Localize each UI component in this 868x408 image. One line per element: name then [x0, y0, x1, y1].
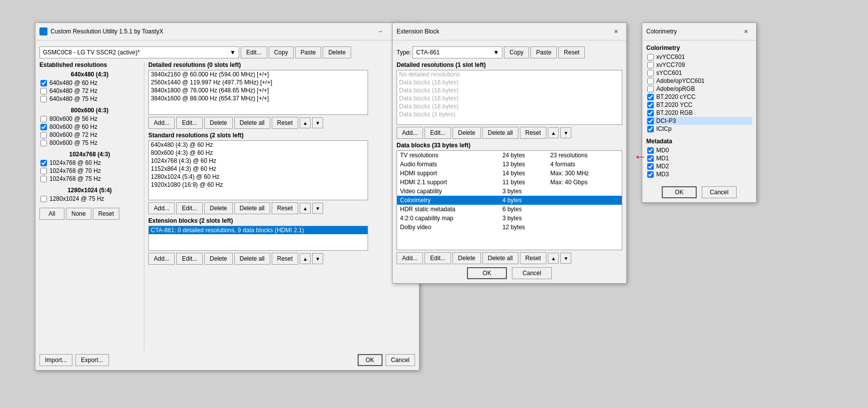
db-add-btn[interactable]: Add... — [397, 252, 423, 264]
ext-edit-btn[interactable]: Edit... — [176, 253, 203, 265]
detailed-edit-btn[interactable]: Edit... — [176, 117, 203, 129]
db-row-2[interactable]: HDMI support 14 bytes Max: 300 MHz — [397, 169, 622, 178]
std-delete-btn[interactable]: Delete — [204, 202, 233, 214]
col-bt2020RGB-check[interactable] — [647, 110, 654, 116]
std-delete-all-btn[interactable]: Delete all — [234, 202, 270, 214]
db-row-4[interactable]: Video capability 3 bytes — [397, 187, 622, 196]
db-reset-btn[interactable]: Reset — [520, 252, 546, 264]
std-up-btn[interactable]: ▲ — [300, 203, 311, 214]
res-800-56-check[interactable] — [40, 116, 47, 122]
col-xvYCC709-check[interactable] — [647, 62, 654, 68]
detailed-reset-btn[interactable]: Reset — [272, 117, 298, 129]
col-sYCC601-check[interactable] — [647, 70, 654, 76]
ext-add-btn[interactable]: Add... — [148, 253, 175, 265]
col-cancel-btn[interactable]: Cancel — [702, 186, 737, 198]
ext-delete-btn[interactable]: Delete — [204, 253, 233, 265]
ext-copy-btn[interactable]: Copy — [504, 46, 529, 58]
ext-det-add-btn[interactable]: Add... — [397, 127, 423, 139]
col-adobeRGB-check[interactable] — [647, 86, 654, 92]
device-dropdown[interactable]: GSMC0C8 - LG TV SSCR2 (active)* ▼ — [39, 46, 239, 58]
detailed-up-btn[interactable]: ▲ — [300, 117, 311, 128]
res-1280-75-check[interactable] — [40, 196, 47, 202]
ext-det-down-btn[interactable]: ▼ — [560, 127, 571, 138]
ext-detailed-listbox[interactable]: No detailed resolutions Data blocks (18 … — [397, 70, 622, 125]
db-row-3[interactable]: HDMI 2.1 support 11 bytes Max: 40 Gbps — [397, 178, 622, 187]
col-adobeYCC-check[interactable] — [647, 78, 654, 84]
cru-edit-btn[interactable]: Edit... — [241, 46, 267, 58]
std-item-2[interactable]: 1024x768 (4:3) @ 60 Hz — [149, 157, 368, 165]
std-reset-btn[interactable]: Reset — [272, 202, 298, 214]
res-640-60-check[interactable] — [40, 80, 47, 86]
res-1024-60-check[interactable] — [40, 160, 47, 166]
res-640-75-check[interactable] — [40, 96, 47, 102]
db-edit-btn[interactable]: Edit... — [425, 252, 451, 264]
detailed-item-0[interactable]: 3840x2160 @ 60.000 Hz (594.00 MHz) [+/+] — [149, 70, 368, 78]
res-800-72-check[interactable] — [40, 132, 47, 138]
ext-item-0[interactable]: CTA-861: 0 detailed resolutions, 9 data … — [149, 226, 368, 234]
ext-det-5[interactable]: Data blocks (3 bytes) — [397, 110, 622, 118]
std-item-5[interactable]: 1920x1080 (16:9) @ 60 Hz — [149, 181, 368, 189]
cru-delete-btn[interactable]: Delete — [323, 46, 351, 58]
ext-ok-btn[interactable]: OK — [467, 267, 507, 279]
all-btn[interactable]: All — [39, 208, 64, 220]
export-btn[interactable]: Export... — [75, 354, 109, 366]
ext-det-0[interactable]: No detailed resolutions — [397, 70, 622, 78]
col-close-btn[interactable]: ✕ — [739, 26, 752, 37]
db-row-0[interactable]: TV resolutions 24 bytes 23 resolutions — [397, 151, 622, 160]
res-1024-70-check[interactable] — [40, 168, 47, 174]
db-delete-all-btn[interactable]: Delete all — [482, 252, 518, 264]
none-btn[interactable]: None — [66, 208, 91, 220]
col-md2-check[interactable] — [647, 163, 654, 170]
ext-det-up-btn[interactable]: ▲ — [548, 127, 559, 138]
ext-reset-btn[interactable]: Reset — [272, 253, 298, 265]
cru-cancel-btn[interactable]: Cancel — [386, 354, 415, 366]
side-reset-btn[interactable]: Reset — [93, 208, 119, 220]
std-item-0[interactable]: 640x480 (4:3) @ 60 Hz — [149, 141, 368, 149]
db-delete-btn[interactable]: Delete — [452, 252, 481, 264]
cru-paste-btn[interactable]: Paste — [295, 46, 322, 58]
datablocks-listbox[interactable]: TV resolutions 24 bytes 23 resolutions A… — [397, 150, 622, 250]
ext-down-btn[interactable]: ▼ — [312, 253, 323, 264]
ext-det-delete-btn[interactable]: Delete — [452, 127, 481, 139]
detailed-item-2[interactable]: 3840x1800 @ 78.000 Hz (648.65 MHz) [+/+] — [149, 86, 368, 94]
std-item-1[interactable]: 800x600 (4:3) @ 60 Hz — [149, 149, 368, 157]
db-up-btn[interactable]: ▲ — [548, 253, 559, 264]
std-down-btn[interactable]: ▼ — [312, 203, 323, 214]
db-row-5[interactable]: Colorimetry 4 bytes — [397, 196, 622, 205]
detailed-delete-btn[interactable]: Delete — [204, 117, 233, 129]
ext-det-1[interactable]: Data blocks (18 bytes) — [397, 78, 622, 86]
col-xvYCC601-check[interactable] — [647, 54, 654, 60]
col-ok-btn[interactable]: OK — [662, 186, 697, 198]
std-edit-btn[interactable]: Edit... — [176, 202, 203, 214]
col-bt2020cYCC-check[interactable] — [647, 94, 654, 100]
ext-delete-all-btn[interactable]: Delete all — [234, 253, 270, 265]
ext-det-4[interactable]: Data blocks (18 bytes) — [397, 102, 622, 110]
ext-det-edit-btn[interactable]: Edit... — [425, 127, 451, 139]
col-md3-check[interactable] — [647, 171, 654, 178]
ext-cancel-btn[interactable]: Cancel — [512, 267, 552, 279]
col-bt2020YCC-check[interactable] — [647, 102, 654, 108]
std-item-4[interactable]: 1280x1024 (5:4) @ 60 Hz — [149, 173, 368, 181]
import-btn[interactable]: Import... — [39, 354, 72, 366]
db-row-6[interactable]: HDR static metadata 6 bytes — [397, 205, 622, 214]
col-md0-check[interactable] — [647, 147, 654, 154]
detailed-item-3[interactable]: 3840x1600 @ 88.000 Hz (654.37 MHz) [+/+] — [149, 94, 368, 102]
cru-copy-btn[interactable]: Copy — [269, 46, 294, 58]
detailed-item-1[interactable]: 2560x1440 @ 119.997 Hz (497.75 MHz) [+/+… — [149, 78, 368, 86]
res-1024-75-check[interactable] — [40, 176, 47, 182]
col-md1-check[interactable] — [647, 155, 654, 162]
col-dciP3-check[interactable] — [647, 118, 654, 124]
detailed-down-btn[interactable]: ▼ — [312, 117, 323, 128]
std-add-btn[interactable]: Add... — [148, 202, 175, 214]
res-800-75-check[interactable] — [40, 140, 47, 146]
ext-det-2[interactable]: Data blocks (18 bytes) — [397, 86, 622, 94]
detailed-add-btn[interactable]: Add... — [148, 117, 175, 129]
db-row-8[interactable]: Dolby video 12 bytes — [397, 223, 622, 232]
ext-det-delete-all-btn[interactable]: Delete all — [482, 127, 518, 139]
db-down-btn[interactable]: ▼ — [560, 253, 571, 264]
ext-det-reset-btn[interactable]: Reset — [520, 127, 546, 139]
standard-listbox[interactable]: 640x480 (4:3) @ 60 Hz 800x600 (4:3) @ 60… — [148, 140, 368, 200]
ext-type-dropdown[interactable]: CTA-861 ▼ — [413, 46, 502, 58]
ext-up-btn[interactable]: ▲ — [300, 253, 311, 264]
db-row-7[interactable]: 4:2:0 capability map 3 bytes — [397, 214, 622, 223]
